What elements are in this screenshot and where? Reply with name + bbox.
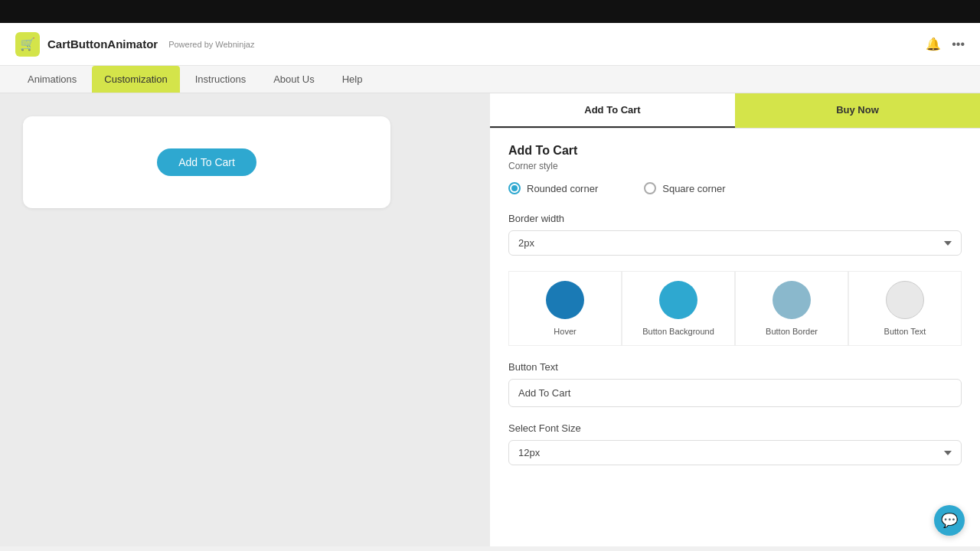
radio-rounded-label: Rounded corner xyxy=(527,183,598,194)
nav-item-animations[interactable]: Animations xyxy=(15,66,89,93)
button-text-color-label: Button Text xyxy=(884,327,926,336)
top-bar xyxy=(0,0,980,23)
preview-panel: Add To Cart xyxy=(0,93,490,546)
font-size-label: Select Font Size xyxy=(508,422,962,434)
hover-color-swatch[interactable] xyxy=(546,281,584,319)
config-content: Add To Cart Corner style Rounded corner … xyxy=(490,129,980,496)
swatch-button-background: Button Background xyxy=(622,271,735,346)
button-border-color-swatch[interactable] xyxy=(773,281,811,319)
nav-item-customization[interactable]: Customization xyxy=(92,66,179,93)
swatch-button-text: Button Text xyxy=(848,271,962,346)
notification-icon[interactable]: 🔔 xyxy=(926,37,941,51)
config-tabs: Add To Cart Buy Now xyxy=(490,93,980,129)
nav-item-about-us[interactable]: About Us xyxy=(261,66,326,93)
tab-add-to-cart[interactable]: Add To Cart xyxy=(490,93,735,128)
app-title: CartButtonAnimator xyxy=(47,37,158,51)
section-title: Add To Cart xyxy=(508,144,962,158)
header: 🛒 CartButtonAnimator Powered by Webninja… xyxy=(0,23,980,66)
nav-item-help[interactable]: Help xyxy=(330,66,375,93)
corner-style-radio-group: Rounded corner Square corner xyxy=(508,182,962,194)
config-panel: Add To Cart Buy Now Add To Cart Corner s… xyxy=(490,93,980,546)
button-text-color-swatch[interactable] xyxy=(886,281,924,319)
nav: Animations Customization Instructions Ab… xyxy=(0,66,980,93)
button-background-color-label: Button Background xyxy=(642,327,714,336)
radio-square-corner[interactable]: Square corner xyxy=(644,182,725,194)
button-background-color-swatch[interactable] xyxy=(659,281,697,319)
font-size-select[interactable]: 10px 11px 12px 13px 14px 16px xyxy=(508,440,962,465)
hover-color-label: Hover xyxy=(554,327,576,336)
radio-rounded-indicator xyxy=(508,182,521,194)
radio-square-label: Square corner xyxy=(662,183,725,194)
app-icon: 🛒 xyxy=(15,32,40,57)
button-text-input[interactable] xyxy=(508,379,962,407)
header-left: 🛒 CartButtonAnimator Powered by Webninja… xyxy=(15,32,254,57)
radio-rounded-corner[interactable]: Rounded corner xyxy=(508,182,598,194)
color-swatches-row: Hover Button Background Button Border Bu… xyxy=(508,271,962,346)
button-text-label: Button Text xyxy=(508,361,962,373)
more-options-icon[interactable]: ••• xyxy=(952,37,965,51)
tab-buy-now[interactable]: Buy Now xyxy=(735,93,980,128)
preview-card: Add To Cart xyxy=(23,116,390,208)
button-border-color-label: Button Border xyxy=(766,327,818,336)
powered-by: Powered by Webninjaz xyxy=(168,40,254,49)
swatch-button-border: Button Border xyxy=(735,271,848,346)
corner-style-label: Corner style xyxy=(508,161,962,171)
nav-item-instructions[interactable]: Instructions xyxy=(183,66,258,93)
preview-add-to-cart-button[interactable]: Add To Cart xyxy=(157,148,256,176)
header-right: 🔔 ••• xyxy=(926,37,965,51)
swatch-hover: Hover xyxy=(508,271,622,346)
border-width-label: Border width xyxy=(508,213,962,224)
main-layout: Add To Cart Add To Cart Buy Now Add To C… xyxy=(0,93,980,546)
chat-button[interactable]: 💬 xyxy=(934,505,965,536)
radio-square-indicator xyxy=(644,182,656,194)
border-width-select[interactable]: 1px 2px 3px 4px xyxy=(508,230,962,256)
